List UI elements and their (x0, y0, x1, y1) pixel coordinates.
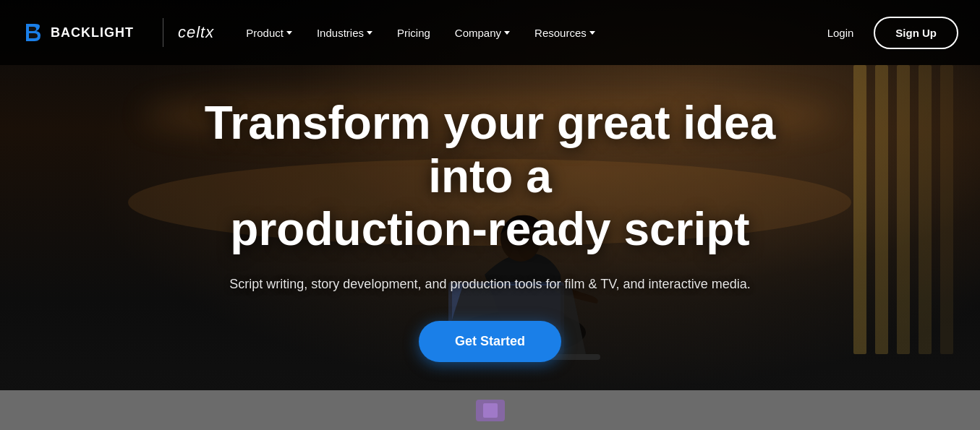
backlight-brand-link[interactable]: BACKLIGHT (22, 21, 134, 44)
backlight-logo-icon (22, 21, 45, 44)
chevron-down-icon (504, 31, 510, 35)
nav-item-industries[interactable]: Industries (307, 20, 383, 46)
chevron-down-icon (589, 31, 595, 35)
nav-item-resources[interactable]: Resources (524, 20, 605, 46)
bottom-bar-icon (461, 396, 519, 425)
nav-item-product[interactable]: Product (236, 20, 302, 46)
hero-content: Transform your great idea into a product… (165, 97, 816, 362)
hero-title: Transform your great idea into a product… (194, 97, 787, 257)
get-started-button[interactable]: Get Started (419, 321, 561, 362)
celtx-logo-text: celtx (178, 23, 214, 42)
bottom-bar (0, 390, 980, 430)
svg-rect-12 (483, 403, 498, 418)
chevron-down-icon (286, 31, 292, 35)
nav-menu: Product Industries Pricing Company Resou… (236, 20, 818, 46)
hero-subtitle: Script writing, story development, and p… (194, 274, 787, 295)
nav-item-company[interactable]: Company (445, 20, 520, 46)
signup-button[interactable]: Sign Up (874, 17, 958, 49)
backlight-brand-text: BACKLIGHT (51, 25, 134, 40)
nav-right-actions: Login Sign Up (819, 17, 958, 49)
navbar: BACKLIGHT celtx Product Industries Prici… (0, 0, 980, 65)
nav-item-pricing[interactable]: Pricing (387, 20, 440, 46)
nav-divider (163, 18, 163, 47)
chevron-down-icon (367, 31, 372, 35)
login-button[interactable]: Login (819, 21, 863, 45)
